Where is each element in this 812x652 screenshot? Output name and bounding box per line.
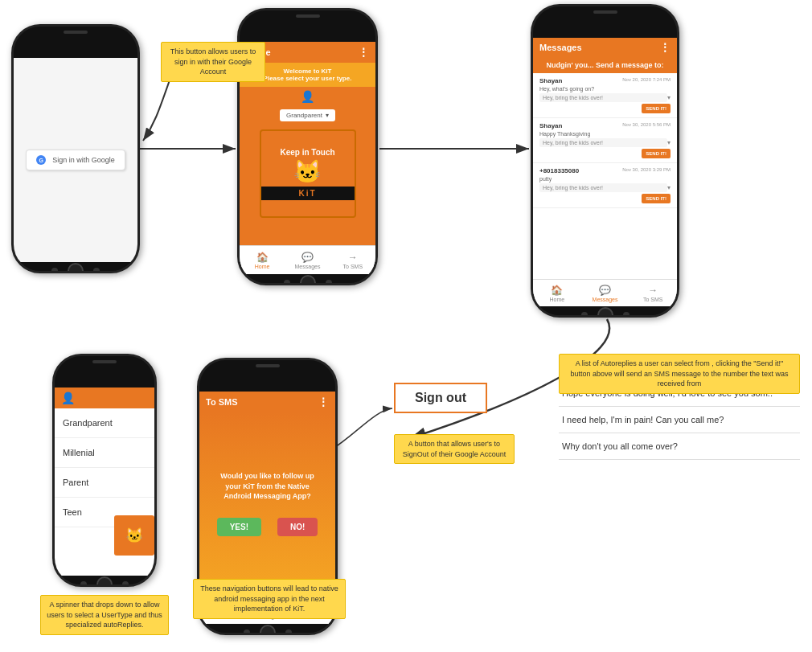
autoreply-item-3: I need help, I'm in pain! Can you call m… — [559, 407, 800, 433]
msg2-autoreply[interactable]: Hey, bring the kids over! — [539, 138, 667, 147]
nav-home[interactable]: 🏠 Home — [533, 280, 581, 306]
annotation-phone1: This button allows users to sign in with… — [161, 42, 265, 82]
tosms-app-bar-title: To SMS — [206, 397, 238, 407]
nav-home[interactable]: 🏠 Home — [240, 246, 285, 274]
messages-app-bar-title: Messages — [539, 43, 582, 52]
msg3-dropdown[interactable]: ▾ — [667, 184, 671, 191]
google-signin-label: Sign in with Google — [52, 156, 115, 164]
user-icon: 👤 — [301, 90, 314, 103]
signout-box[interactable]: Sign out — [394, 383, 487, 413]
messages-list: Shayan Nov 20, 2020 7:24 PM Hey, what's … — [533, 73, 677, 279]
nav-messages[interactable]: 💬 Messages — [285, 246, 330, 274]
tosms-app-bar: To SMS ⋮ — [199, 392, 335, 412]
kit-image: Keep in Touch 🐱 KiT — [260, 129, 356, 218]
msg1-date: Nov 20, 2020 7:24 PM — [622, 77, 671, 84]
spinner-item-grandparent[interactable]: Grandparent — [55, 408, 154, 438]
phone-spinner: 👤 Grandparent Millenial Parent Teen 🐱 — [52, 354, 157, 587]
messages-nav-bar: 🏠 Home 💬 Messages → To SMS — [533, 279, 677, 306]
msg1-preview: Hey, what's going on? — [539, 86, 671, 92]
nudge-text: Nudgin' you... Send a message to: — [546, 61, 663, 69]
back-btn[interactable] — [581, 312, 588, 318]
home-nav-bar: 🏠 Home 💬 Messages → To SMS — [240, 245, 375, 274]
nav-messages[interactable]: 💬 Messages — [581, 280, 630, 306]
phone-signin: G Sign in with Google — [11, 24, 140, 273]
person-icon: 👤 — [61, 392, 75, 404]
google-icon: G — [36, 155, 46, 165]
msg1-send-btn[interactable]: SEND IT! — [642, 104, 671, 113]
home-btn[interactable] — [300, 275, 316, 285]
sms-yes-btn[interactable]: YES! — [217, 518, 261, 536]
annotation-phone4: A spinner that drops down to allow users… — [40, 595, 169, 635]
nav-tosms[interactable]: → To SMS — [629, 280, 677, 306]
message-item-1: Shayan Nov 20, 2020 7:24 PM Hey, what's … — [533, 73, 677, 118]
spinner-dropdown-list: Grandparent Millenial Parent Teen — [55, 408, 154, 527]
msg2-send-btn[interactable]: SEND IT! — [642, 149, 671, 158]
recent-btn[interactable] — [326, 280, 332, 285]
home-btn[interactable] — [68, 263, 84, 273]
nudge-bar: Nudgin' you... Send a message to: — [533, 57, 677, 73]
home-btn[interactable] — [597, 307, 613, 318]
spinner-arrow: ▾ — [326, 112, 329, 119]
spinner-header: 👤 — [55, 388, 154, 408]
tosms-nav-icon: → — [348, 252, 358, 263]
kit-cat-icon: 🐱 — [293, 158, 322, 185]
msg3-autoreply[interactable]: Hey, bring the kids over! — [539, 183, 667, 192]
user-type-spinner[interactable]: Grandparent ▾ — [280, 109, 335, 121]
msg2-date: Nov 30, 2020 5:56 PM — [622, 122, 671, 129]
google-signin-button[interactable]: G Sign in with Google — [26, 150, 125, 170]
msg2-dropdown[interactable]: ▾ — [667, 139, 671, 146]
recent-btn[interactable] — [623, 312, 630, 318]
nav-tosms-label: To SMS — [343, 264, 363, 269]
back-btn[interactable] — [51, 268, 58, 273]
annotation-signout: A button that allows user's to SignOut o… — [394, 434, 515, 464]
sms-question: Would you like to follow up your KiT fro… — [212, 471, 322, 502]
kit-brand: KiT — [261, 187, 355, 200]
msg3-date: Nov 30, 2020 3:29 PM — [622, 167, 671, 174]
home-nav-icon: 🏠 — [256, 252, 269, 263]
nav-messages-label: Messages — [295, 264, 321, 269]
msg3-preview: putty — [539, 176, 671, 182]
sms-buttons: YES! NO! — [217, 518, 318, 536]
msg1-name: Shayan — [539, 77, 562, 84]
phone-messages: Messages ⋮ Nudgin' you... Send a message… — [531, 4, 679, 318]
spinner-item-millenial[interactable]: Millenial — [55, 438, 154, 468]
nav-tosms[interactable]: → To SMS — [330, 246, 375, 274]
autoreply-item-4: Why don't you all come over? — [559, 433, 800, 460]
msg3-send-btn[interactable]: SEND IT! — [642, 194, 671, 203]
recent-btn[interactable] — [93, 268, 100, 273]
messages-app-bar: Messages ⋮ — [533, 38, 677, 57]
annotation-sms-nav: These navigation buttons will lead to na… — [193, 579, 346, 619]
messages-menu-dots[interactable]: ⋮ — [659, 41, 671, 54]
spinner-value: Grandparent — [286, 112, 322, 119]
msg1-dropdown[interactable]: ▾ — [667, 94, 671, 101]
kit-title: Keep in Touch — [280, 148, 334, 157]
msg3-name: +8018335080 — [539, 167, 579, 174]
msg2-preview: Happy Thanksgiving — [539, 131, 671, 137]
sms-no-btn[interactable]: NO! — [277, 518, 318, 536]
signout-label: Sign out — [415, 391, 466, 404]
tosms-menu-dots[interactable]: ⋮ — [318, 396, 329, 408]
nav-home-label: Home — [255, 264, 270, 269]
message-item-2: Shayan Nov 30, 2020 5:56 PM Happy Thanks… — [533, 118, 677, 163]
msg2-name: Shayan — [539, 122, 562, 129]
msg1-autoreply[interactable]: Hey, bring the kids over! — [539, 93, 667, 102]
spinner-item-parent[interactable]: Parent — [55, 468, 154, 498]
annotation-autoreplies: A list of Autoreplies a user can select … — [559, 354, 800, 394]
home-menu-dots[interactable]: ⋮ — [358, 46, 369, 59]
back-btn[interactable] — [284, 280, 290, 285]
message-item-3: +8018335080 Nov 30, 2020 3:29 PM putty H… — [533, 163, 677, 208]
messages-nav-icon: 💬 — [301, 252, 314, 263]
